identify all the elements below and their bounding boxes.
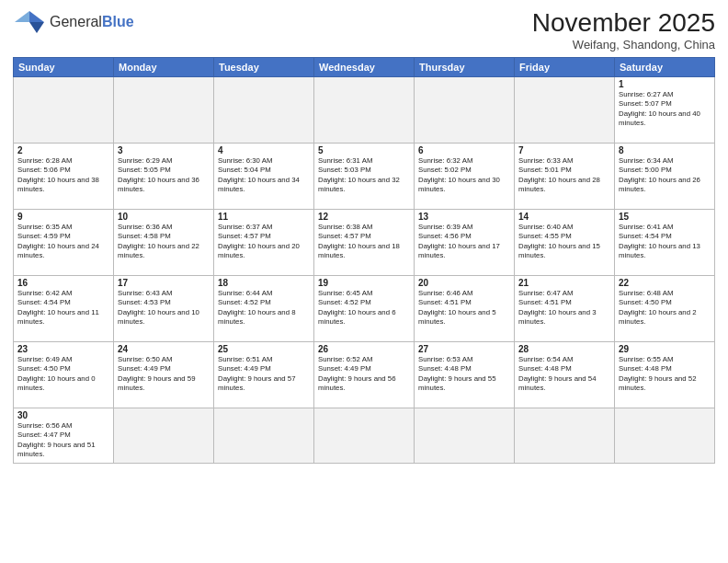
cell-w2-d4: 13Sunrise: 6:39 AMSunset: 4:56 PMDayligh…	[415, 209, 515, 275]
day-info-19: Sunrise: 6:45 AMSunset: 4:52 PMDaylight:…	[318, 289, 410, 327]
day-info-11: Sunrise: 6:37 AMSunset: 4:57 PMDaylight:…	[218, 223, 310, 261]
location: Weifang, Shandong, China	[532, 38, 715, 52]
day-info-14: Sunrise: 6:40 AMSunset: 4:55 PMDaylight:…	[518, 223, 610, 261]
day-num-18: 18	[218, 278, 310, 288]
week-row-1: 2Sunrise: 6:28 AMSunset: 5:06 PMDaylight…	[14, 143, 715, 209]
day-num-23: 23	[17, 344, 109, 354]
day-info-23: Sunrise: 6:49 AMSunset: 4:50 PMDaylight:…	[17, 355, 109, 394]
day-info-7: Sunrise: 6:33 AMSunset: 5:01 PMDaylight:…	[518, 156, 610, 195]
day-num-25: 25	[218, 344, 310, 354]
day-num-26: 26	[318, 344, 410, 354]
day-info-29: Sunrise: 6:55 AMSunset: 4:48 PMDaylight:…	[619, 355, 711, 394]
cell-w4-d6: 29Sunrise: 6:55 AMSunset: 4:48 PMDayligh…	[615, 341, 715, 408]
cell-w5-d6	[615, 408, 715, 463]
day-info-27: Sunrise: 6:53 AMSunset: 4:48 PMDaylight:…	[418, 355, 510, 394]
day-num-7: 7	[518, 145, 610, 155]
day-num-5: 5	[318, 145, 410, 155]
col-tuesday: Tuesday	[214, 57, 314, 76]
cell-w0-d4	[415, 76, 515, 143]
cell-w4-d3: 26Sunrise: 6:52 AMSunset: 4:49 PMDayligh…	[314, 341, 415, 408]
month-title: November 2025	[532, 9, 715, 38]
day-num-24: 24	[118, 344, 210, 354]
cell-w3-d1: 17Sunrise: 6:43 AMSunset: 4:53 PMDayligh…	[114, 275, 214, 341]
day-num-22: 22	[619, 278, 711, 288]
day-num-30: 30	[17, 410, 109, 420]
day-num-17: 17	[118, 278, 210, 288]
cell-w0-d6: 1Sunrise: 6:27 AMSunset: 5:07 PMDaylight…	[615, 76, 715, 143]
col-wednesday: Wednesday	[314, 57, 415, 76]
day-num-20: 20	[418, 278, 510, 288]
day-info-2: Sunrise: 6:28 AMSunset: 5:06 PMDaylight:…	[17, 156, 109, 195]
week-row-0: 1Sunrise: 6:27 AMSunset: 5:07 PMDaylight…	[14, 76, 715, 143]
cell-w2-d5: 14Sunrise: 6:40 AMSunset: 4:55 PMDayligh…	[515, 209, 615, 275]
cell-w3-d3: 19Sunrise: 6:45 AMSunset: 4:52 PMDayligh…	[314, 275, 415, 341]
cell-w2-d1: 10Sunrise: 6:36 AMSunset: 4:58 PMDayligh…	[114, 209, 214, 275]
day-info-22: Sunrise: 6:48 AMSunset: 4:50 PMDaylight:…	[619, 289, 711, 327]
col-thursday: Thursday	[415, 57, 515, 76]
day-info-12: Sunrise: 6:38 AMSunset: 4:57 PMDaylight:…	[318, 223, 410, 261]
day-num-11: 11	[218, 212, 310, 222]
day-info-21: Sunrise: 6:47 AMSunset: 4:51 PMDaylight:…	[518, 289, 610, 327]
cell-w4-d5: 28Sunrise: 6:54 AMSunset: 4:48 PMDayligh…	[515, 341, 615, 408]
day-num-10: 10	[118, 212, 210, 222]
day-info-18: Sunrise: 6:44 AMSunset: 4:52 PMDaylight:…	[218, 289, 310, 327]
day-num-21: 21	[518, 278, 610, 288]
day-num-3: 3	[118, 145, 210, 155]
logo-icon	[13, 9, 46, 35]
day-num-16: 16	[17, 278, 109, 288]
svg-marker-1	[29, 22, 44, 33]
day-info-20: Sunrise: 6:46 AMSunset: 4:51 PMDaylight:…	[418, 289, 510, 327]
day-info-3: Sunrise: 6:29 AMSunset: 5:05 PMDaylight:…	[118, 156, 210, 195]
day-num-14: 14	[518, 212, 610, 222]
col-sunday: Sunday	[14, 57, 114, 76]
cell-w0-d3	[314, 76, 415, 143]
cell-w5-d0: 30Sunrise: 6:56 AMSunset: 4:47 PMDayligh…	[14, 408, 114, 463]
day-info-9: Sunrise: 6:35 AMSunset: 4:59 PMDaylight:…	[17, 223, 109, 261]
svg-marker-2	[15, 11, 29, 22]
day-num-27: 27	[418, 344, 510, 354]
day-num-2: 2	[17, 145, 109, 155]
day-info-10: Sunrise: 6:36 AMSunset: 4:58 PMDaylight:…	[118, 223, 210, 261]
cell-w1-d4: 6Sunrise: 6:32 AMSunset: 5:02 PMDaylight…	[415, 143, 515, 209]
col-monday: Monday	[114, 57, 214, 76]
cell-w3-d4: 20Sunrise: 6:46 AMSunset: 4:51 PMDayligh…	[415, 275, 515, 341]
cell-w5-d2	[214, 408, 314, 463]
calendar-header-row: Sunday Monday Tuesday Wednesday Thursday…	[14, 57, 715, 76]
day-num-6: 6	[418, 145, 510, 155]
title-block: November 2025 Weifang, Shandong, China	[532, 9, 715, 52]
cell-w1-d6: 8Sunrise: 6:34 AMSunset: 5:00 PMDaylight…	[615, 143, 715, 209]
cell-w3-d6: 22Sunrise: 6:48 AMSunset: 4:50 PMDayligh…	[615, 275, 715, 341]
cell-w4-d1: 24Sunrise: 6:50 AMSunset: 4:49 PMDayligh…	[114, 341, 214, 408]
cell-w3-d5: 21Sunrise: 6:47 AMSunset: 4:51 PMDayligh…	[515, 275, 615, 341]
cell-w4-d4: 27Sunrise: 6:53 AMSunset: 4:48 PMDayligh…	[415, 341, 515, 408]
cell-w4-d2: 25Sunrise: 6:51 AMSunset: 4:49 PMDayligh…	[214, 341, 314, 408]
cell-w1-d1: 3Sunrise: 6:29 AMSunset: 5:05 PMDaylight…	[114, 143, 214, 209]
day-info-4: Sunrise: 6:30 AMSunset: 5:04 PMDaylight:…	[218, 156, 310, 195]
cell-w0-d5	[515, 76, 615, 143]
logo-text: GeneralBlue	[50, 14, 134, 30]
cell-w2-d0: 9Sunrise: 6:35 AMSunset: 4:59 PMDaylight…	[14, 209, 114, 275]
page: GeneralBlue November 2025 Weifang, Shand…	[0, 0, 728, 563]
cell-w1-d3: 5Sunrise: 6:31 AMSunset: 5:03 PMDaylight…	[314, 143, 415, 209]
cell-w4-d0: 23Sunrise: 6:49 AMSunset: 4:50 PMDayligh…	[14, 341, 114, 408]
cell-w1-d0: 2Sunrise: 6:28 AMSunset: 5:06 PMDaylight…	[14, 143, 114, 209]
day-num-29: 29	[619, 344, 711, 354]
col-friday: Friday	[515, 57, 615, 76]
day-num-9: 9	[17, 212, 109, 222]
day-num-28: 28	[518, 344, 610, 354]
day-info-13: Sunrise: 6:39 AMSunset: 4:56 PMDaylight:…	[418, 223, 510, 261]
day-num-15: 15	[619, 212, 711, 222]
cell-w0-d0	[14, 76, 114, 143]
cell-w5-d3	[314, 408, 415, 463]
cell-w2-d6: 15Sunrise: 6:41 AMSunset: 4:54 PMDayligh…	[615, 209, 715, 275]
col-saturday: Saturday	[615, 57, 715, 76]
day-info-8: Sunrise: 6:34 AMSunset: 5:00 PMDaylight:…	[619, 156, 711, 195]
cell-w1-d2: 4Sunrise: 6:30 AMSunset: 5:04 PMDaylight…	[214, 143, 314, 209]
day-num-4: 4	[218, 145, 310, 155]
day-info-26: Sunrise: 6:52 AMSunset: 4:49 PMDaylight:…	[318, 355, 410, 394]
cell-w2-d3: 12Sunrise: 6:38 AMSunset: 4:57 PMDayligh…	[314, 209, 415, 275]
svg-marker-0	[29, 11, 44, 22]
week-row-5: 30Sunrise: 6:56 AMSunset: 4:47 PMDayligh…	[14, 408, 715, 463]
calendar-table: Sunday Monday Tuesday Wednesday Thursday…	[13, 57, 715, 464]
day-info-6: Sunrise: 6:32 AMSunset: 5:02 PMDaylight:…	[418, 156, 510, 195]
